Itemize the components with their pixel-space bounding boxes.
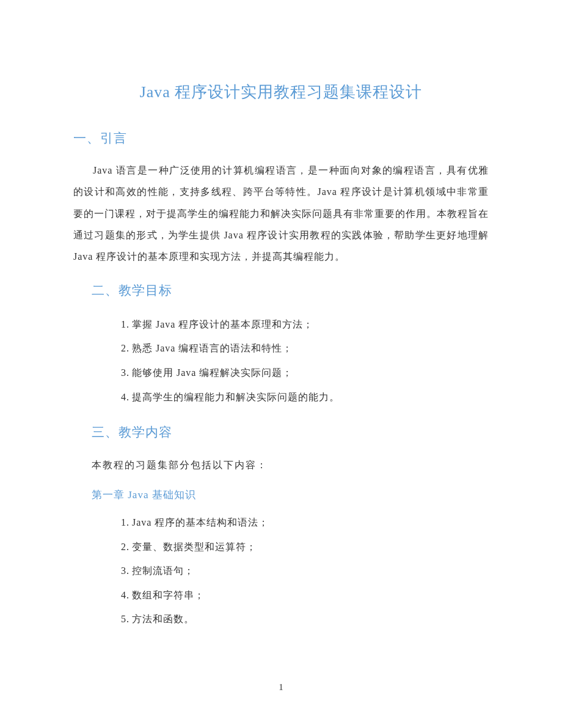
list-item: 3.控制流语句； <box>121 559 489 583</box>
chapter1-heading: 第一章 Java 基础知识 <box>92 487 489 503</box>
goals-list: 1.掌握 Java 程序设计的基本原理和方法； 2.熟悉 Java 编程语言的语… <box>121 312 489 409</box>
list-item: 2.变量、数据类型和运算符； <box>121 535 489 559</box>
list-item: 1.Java 程序的基本结构和语法； <box>121 510 489 535</box>
list-item: 2.熟悉 Java 编程语言的语法和特性； <box>121 336 489 361</box>
list-text: 控制流语句； <box>132 565 194 576</box>
list-item: 4.数组和字符串； <box>121 583 489 608</box>
list-text: 数组和字符串； <box>132 590 205 600</box>
list-text: 方法和函数。 <box>132 614 194 624</box>
list-text: 能够使用 Java 编程解决实际问题； <box>132 367 293 378</box>
section-intro-heading: 一、引言 <box>73 128 489 149</box>
list-number: 3. <box>121 367 130 378</box>
page-number: 1 <box>0 680 562 694</box>
list-number: 1. <box>121 517 130 528</box>
list-text: 熟悉 Java 编程语言的语法和特性； <box>132 343 293 353</box>
list-item: 5.方法和函数。 <box>121 607 489 631</box>
list-number: 1. <box>121 319 130 329</box>
document-page: Java 程序设计实用教程习题集课程设计 一、引言 Java 语言是一种广泛使用… <box>0 0 562 728</box>
list-number: 2. <box>121 343 130 353</box>
list-text: 提高学生的编程能力和解决实际问题的能力。 <box>132 392 340 402</box>
section-goals-heading: 二、教学目标 <box>92 281 489 301</box>
chapter1-list: 1.Java 程序的基本结构和语法； 2.变量、数据类型和运算符； 3.控制流语… <box>121 510 489 631</box>
list-number: 5. <box>121 614 130 624</box>
list-item: 1.掌握 Java 程序设计的基本原理和方法； <box>121 312 489 337</box>
section-content-heading: 三、教学内容 <box>92 422 489 443</box>
list-number: 2. <box>121 542 130 552</box>
document-title: Java 程序设计实用教程习题集课程设计 <box>73 79 489 105</box>
list-number: 4. <box>121 392 130 402</box>
list-text: 变量、数据类型和运算符； <box>132 542 257 552</box>
list-item: 3.能够使用 Java 编程解决实际问题； <box>121 361 489 385</box>
content-lead: 本教程的习题集部分包括以下内容： <box>92 454 489 476</box>
list-text: Java 程序的基本结构和语法； <box>132 517 269 528</box>
list-item: 4.提高学生的编程能力和解决实际问题的能力。 <box>121 385 489 410</box>
list-number: 4. <box>121 590 130 600</box>
list-text: 掌握 Java 程序设计的基本原理和方法； <box>132 319 313 329</box>
list-number: 3. <box>121 565 130 576</box>
intro-paragraph: Java 语言是一种广泛使用的计算机编程语言，是一种面向对象的编程语言，具有优雅… <box>73 160 489 267</box>
